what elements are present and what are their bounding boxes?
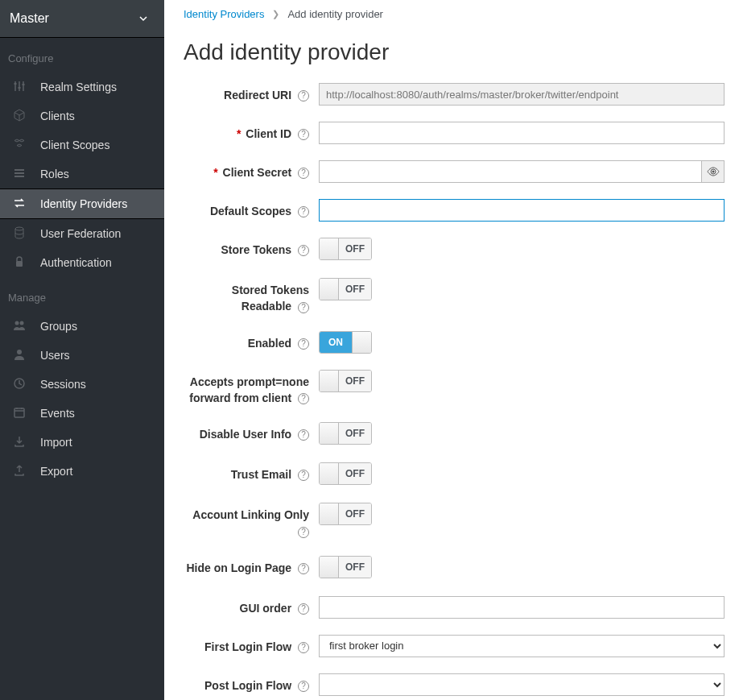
account-linking-only-label: Account Linking Only ? [184, 503, 319, 540]
help-icon[interactable]: ? [298, 603, 309, 615]
reveal-secret-button[interactable] [702, 160, 725, 183]
svg-rect-0 [14, 83, 17, 85]
redirect-uri-input[interactable] [319, 83, 725, 106]
accepts-prompt-none-toggle[interactable]: ONOFF [319, 370, 725, 394]
toggle-off-label: OFF [345, 508, 365, 520]
default-scopes-label: Default Scopes ? [184, 199, 319, 219]
sidebar-item-realm-settings[interactable]: Realm Settings [0, 72, 164, 101]
help-icon[interactable]: ? [298, 642, 309, 653]
enabled-label: Enabled ? [184, 331, 319, 351]
post-login-flow-select[interactable] [319, 673, 725, 696]
sidebar-item-import[interactable]: Import [0, 428, 164, 457]
hide-on-login-page-label: Hide on Login Page ? [184, 556, 319, 576]
help-icon[interactable]: ? [298, 90, 309, 101]
sidebar-item-clients[interactable]: Clients [0, 101, 164, 130]
accepts-prompt-none-label: Accepts prompt=none forward from client … [184, 370, 319, 407]
eye-icon [707, 167, 720, 176]
first-login-flow-label: First Login Flow ? [184, 635, 319, 655]
store-tokens-label: Store Tokens ? [184, 238, 319, 258]
sidebar-item-label: Events [40, 407, 75, 420]
sidebar-item-label: Users [40, 349, 70, 362]
toggle-off-label: OFF [345, 428, 365, 439]
sidebar-item-sessions[interactable]: Sessions [0, 370, 164, 399]
sidebar-item-users[interactable]: Users [0, 341, 164, 370]
sidebar-item-user-federation[interactable]: User Federation [0, 219, 164, 248]
svg-rect-2 [23, 84, 25, 85]
help-icon[interactable]: ? [298, 393, 309, 404]
svg-point-6 [20, 321, 24, 325]
help-icon[interactable]: ? [298, 168, 309, 179]
store-tokens-toggle[interactable]: ONOFF [319, 238, 725, 262]
chevron-down-icon [138, 14, 148, 23]
trust-email-toggle[interactable]: ONOFF [319, 462, 725, 487]
toggle-off-label: OFF [345, 468, 365, 479]
help-icon[interactable]: ? [298, 338, 309, 350]
help-icon[interactable]: ? [298, 470, 309, 481]
client-id-label: * Client ID ? [184, 122, 319, 142]
help-icon[interactable]: ? [298, 302, 309, 313]
identity-provider-form: Redirect URI ? * Client ID ? * Client Se… [184, 83, 725, 696]
sidebar-item-label: Roles [40, 168, 69, 180]
sidebar-item-label: Authentication [40, 256, 112, 269]
sidebar-item-label: Client Scopes [40, 139, 109, 151]
sidebar-item-label: Sessions [40, 378, 86, 391]
sidebar-item-label: Export [40, 465, 72, 478]
sliders-icon [13, 80, 27, 94]
default-scopes-input[interactable] [319, 199, 725, 222]
database-icon [13, 226, 27, 241]
svg-rect-1 [19, 87, 21, 89]
breadcrumb-root-link[interactable]: Identity Providers [184, 8, 264, 20]
calendar-icon [13, 406, 27, 420]
disable-user-info-toggle[interactable]: ONOFF [319, 422, 725, 446]
realm-name: Master [10, 11, 49, 26]
svg-point-5 [15, 321, 19, 325]
help-icon[interactable]: ? [298, 429, 309, 441]
sidebar-item-client-scopes[interactable]: Client Scopes [0, 130, 164, 159]
help-icon[interactable]: ? [298, 527, 309, 538]
sidebar-item-authentication[interactable]: Authentication [0, 248, 164, 277]
list-icon [13, 167, 27, 181]
cube-icon [13, 109, 27, 123]
cubes-icon [13, 138, 27, 152]
clock-icon [13, 377, 27, 391]
breadcrumb-current: Add identity provider [287, 8, 383, 20]
main-content: Identity Providers ❯ Add identity provid… [164, 0, 739, 700]
sidebar: Master Configure Realm SettingsClientsCl… [0, 0, 164, 700]
import-icon [13, 435, 27, 449]
sidebar-item-label: Groups [40, 320, 77, 333]
nav-configure: Realm SettingsClientsClient ScopesRolesI… [0, 72, 164, 277]
sidebar-item-export[interactable]: Export [0, 457, 164, 486]
group-icon [13, 319, 27, 333]
sidebar-item-groups[interactable]: Groups [0, 312, 164, 341]
stored-tokens-readable-toggle[interactable]: ONOFF [319, 278, 725, 302]
toggle-off-label: OFF [345, 375, 365, 387]
realm-selector[interactable]: Master [0, 0, 164, 38]
help-icon[interactable]: ? [298, 129, 309, 140]
help-icon[interactable]: ? [298, 206, 309, 217]
help-icon[interactable]: ? [298, 563, 309, 574]
svg-point-7 [17, 350, 22, 354]
enabled-toggle[interactable]: ONOFF [319, 331, 725, 354]
sidebar-section-manage: Manage [0, 277, 164, 312]
client-secret-input[interactable] [319, 160, 702, 183]
svg-rect-4 [16, 261, 23, 267]
stored-tokens-readable-label: Stored Tokens Readable ? [184, 278, 319, 315]
sidebar-section-configure: Configure [0, 38, 164, 72]
sidebar-item-events[interactable]: Events [0, 399, 164, 428]
help-icon[interactable]: ? [298, 681, 309, 692]
trust-email-label: Trust Email ? [184, 462, 319, 483]
gui-order-label: GUI order ? [184, 596, 319, 616]
client-id-input[interactable] [319, 122, 725, 144]
sidebar-item-label: Clients [40, 110, 75, 122]
gui-order-input[interactable] [319, 596, 725, 619]
export-icon [13, 464, 27, 478]
toggle-off-label: OFF [345, 561, 365, 573]
sidebar-item-roles[interactable]: Roles [0, 159, 164, 188]
sidebar-item-identity-providers[interactable]: Identity Providers [0, 188, 164, 219]
account-linking-only-toggle[interactable]: ONOFF [319, 503, 725, 527]
hide-on-login-page-toggle[interactable]: ONOFF [319, 556, 725, 580]
help-icon[interactable]: ? [298, 245, 309, 256]
svg-point-3 [15, 227, 23, 230]
first-login-flow-select[interactable]: first broker login [319, 635, 725, 657]
disable-user-info-label: Disable User Info ? [184, 422, 319, 442]
